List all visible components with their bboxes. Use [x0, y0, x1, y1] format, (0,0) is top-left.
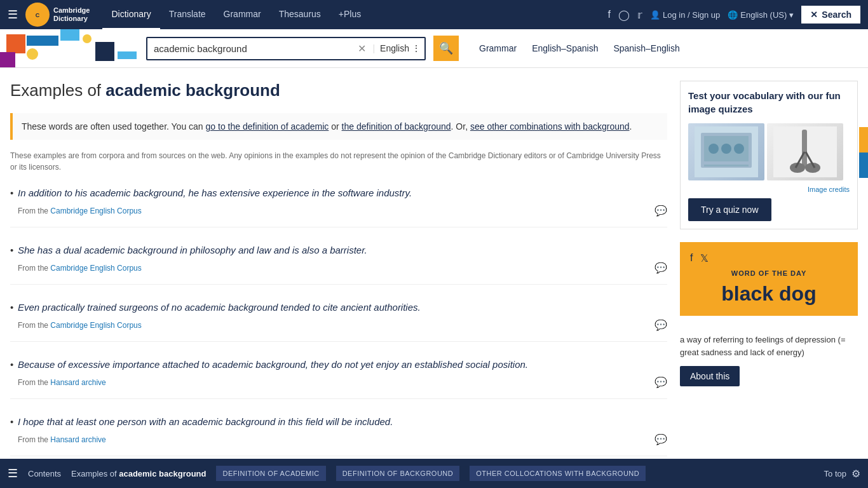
quiz-title: Test your vocabulary with our fun image …: [681, 81, 857, 123]
content-area: Examples of academic background These wo…: [10, 81, 667, 471]
about-button[interactable]: About this: [680, 366, 740, 386]
comment-icon[interactable]: 💬: [654, 433, 667, 445]
language-selector[interactable]: 🌐 English (US) ▾: [728, 10, 794, 20]
svg-rect-10: [802, 130, 807, 168]
orange-accent-bar: [859, 127, 868, 152]
logo[interactable]: C CambridgeDictionary: [25, 3, 90, 27]
definition-academic-link[interactable]: go to the definition of academic: [206, 121, 329, 132]
example-source: From the Cambridge English Corpus 💬: [10, 319, 667, 331]
language-dropdown[interactable]: English ⋮: [376, 38, 424, 58]
quiz-box: Test your vocabulary with our fun image …: [680, 81, 858, 229]
source-link[interactable]: Cambridge English Corpus: [50, 321, 141, 330]
source-link[interactable]: Hansard archive: [50, 435, 105, 444]
nav-plus[interactable]: +Plus: [330, 0, 370, 30]
twitter-icon[interactable]: 𝕣: [637, 9, 642, 21]
top-navigation: ☰ C CambridgeDictionary Dictionary Trans…: [0, 0, 868, 29]
wotd-twitter-icon[interactable]: 𝕏: [700, 252, 709, 264]
nav-right: f ◯ 𝕣 👤 Log in / Sign up 🌐 English (US) …: [608, 6, 860, 24]
example-source: From the Hansard archive 💬: [10, 433, 667, 445]
page-title: Examples of academic background: [10, 81, 667, 100]
nav-translate[interactable]: Translate: [160, 0, 215, 30]
nav-grammar[interactable]: Grammar: [215, 0, 270, 30]
bottom-definition-background[interactable]: DEFINITION of background: [336, 466, 460, 481]
svg-point-5: [709, 144, 719, 154]
example-sentence: I hope that at least one person with an …: [10, 414, 667, 430]
wotd-label: WORD OF THE DAY: [690, 269, 848, 277]
wotd-description: a way of referring to feelings of depres…: [680, 329, 858, 358]
bottom-bar: ☰ Contents Examples of academic backgrou…: [0, 459, 868, 484]
example-entry: Because of excessive importance attached…: [10, 357, 667, 399]
example-sentence: She has a dual academic background in ph…: [10, 243, 667, 258]
to-top-button[interactable]: To top: [824, 469, 846, 478]
close-icon: ✕: [810, 10, 818, 20]
bottom-examples-label: Examples of academic background: [71, 469, 206, 478]
bottom-definition-academic[interactable]: DEFINITION of academic: [216, 466, 325, 481]
hamburger-icon[interactable]: ☰: [8, 8, 18, 22]
quiz-image-left: [688, 123, 764, 180]
example-source: From the Cambridge English Corpus 💬: [10, 205, 667, 217]
image-credits[interactable]: Image credits: [681, 186, 857, 198]
svg-text:C: C: [36, 12, 40, 18]
search-input-wrapper: ✕ | English ⋮: [146, 37, 426, 60]
wotd-facebook-icon[interactable]: f: [690, 252, 693, 264]
comment-icon[interactable]: 💬: [654, 376, 667, 388]
search-icon: 🔍: [439, 41, 453, 55]
wotd-word: black dog: [690, 282, 848, 306]
example-source: From the Cambridge English Corpus 💬: [10, 262, 667, 274]
clear-search-button[interactable]: ✕: [353, 43, 371, 55]
nav-links: Dictionary Translate Grammar Thesaurus +…: [102, 0, 605, 30]
blue-accent-bar: [859, 152, 868, 178]
search-input[interactable]: [147, 38, 353, 59]
comment-icon[interactable]: 💬: [654, 262, 667, 274]
globe-icon: 🌐: [728, 10, 738, 20]
example-entry: She has a dual academic background in ph…: [10, 243, 667, 285]
sec-nav-english-spanish[interactable]: English–Spanish: [532, 43, 598, 53]
login-button[interactable]: 👤 Log in / Sign up: [650, 10, 720, 20]
quiz-image-right: [767, 123, 843, 180]
chevron-down-icon: ▾: [789, 10, 794, 20]
sec-nav-spanish-english[interactable]: Spanish–English: [613, 43, 679, 53]
bottom-right: To top ⚙: [824, 468, 860, 480]
comment-icon[interactable]: 💬: [654, 319, 667, 331]
intro-box: These words are often used together. You…: [10, 113, 667, 140]
quiz-images: [681, 123, 857, 186]
bottom-collocations-background[interactable]: OTHER COLLOCATIONS with background: [470, 466, 646, 481]
example-sentence: Because of excessive importance attached…: [10, 357, 667, 372]
search-bar: ✕ | English ⋮ 🔍 Grammar English–Spanish …: [0, 29, 868, 68]
example-entry: In addition to his academic background, …: [10, 186, 667, 227]
combinations-background-link[interactable]: see other combinations with background: [470, 121, 630, 132]
corpus-note: These examples are from corpora and from…: [10, 150, 667, 173]
user-icon: 👤: [650, 10, 660, 20]
search-button-top[interactable]: ✕ Search: [801, 6, 860, 24]
svg-rect-8: [704, 165, 749, 166]
main-layout: Examples of academic background These wo…: [0, 68, 868, 484]
facebook-icon[interactable]: f: [608, 9, 611, 20]
example-entry: I hope that at least one person with an …: [10, 414, 667, 456]
svg-point-7: [734, 144, 744, 154]
instagram-icon[interactable]: ◯: [618, 9, 630, 21]
example-sentence: In addition to his academic background, …: [10, 186, 667, 201]
source-link[interactable]: Hansard archive: [50, 378, 105, 387]
search-go-button[interactable]: 🔍: [433, 36, 459, 61]
example-source: From the Hansard archive 💬: [10, 376, 667, 388]
comment-icon[interactable]: 💬: [654, 205, 667, 217]
source-link[interactable]: Cambridge English Corpus: [50, 207, 141, 215]
source-link[interactable]: Cambridge English Corpus: [50, 264, 141, 273]
quiz-button[interactable]: Try a quiz now: [688, 198, 771, 221]
example-entry: Even practically trained surgeons of no …: [10, 300, 667, 342]
svg-point-6: [721, 144, 731, 154]
wotd-social: f 𝕏: [690, 252, 848, 264]
example-sentence: Even practically trained surgeons of no …: [10, 300, 667, 315]
nav-dictionary[interactable]: Dictionary: [102, 0, 159, 30]
definition-background-link[interactable]: the definition of background: [342, 121, 451, 132]
bottom-hamburger-icon[interactable]: ☰: [8, 466, 18, 480]
logo-text: CambridgeDictionary: [53, 6, 90, 23]
right-accent-bars: [859, 127, 868, 178]
wotd-description-area: a way of referring to feelings of depres…: [680, 329, 858, 394]
logo-icon: C: [25, 3, 50, 27]
word-of-the-day-box: f 𝕏 WORD OF THE DAY black dog: [680, 242, 858, 316]
sec-nav-grammar[interactable]: Grammar: [479, 43, 517, 53]
to-top-icon[interactable]: ⚙: [851, 468, 860, 480]
nav-thesaurus[interactable]: Thesaurus: [270, 0, 330, 30]
contents-button[interactable]: Contents: [28, 469, 61, 478]
